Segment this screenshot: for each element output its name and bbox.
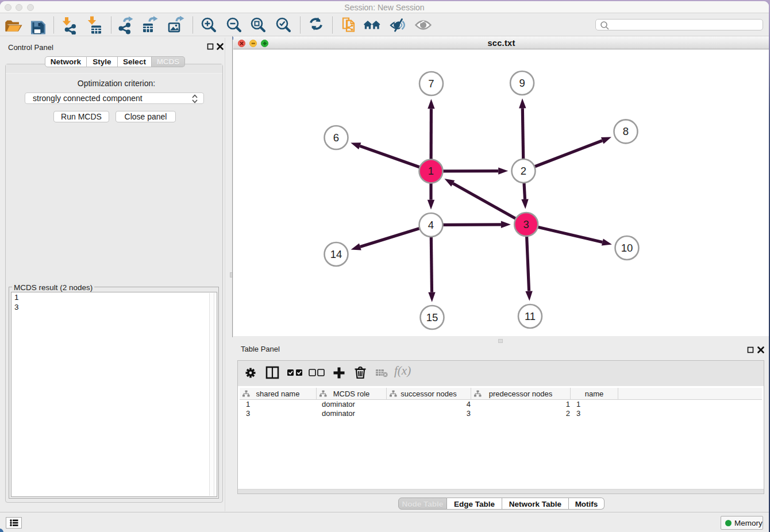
svg-text:7: 7	[428, 77, 434, 89]
svg-text:14: 14	[330, 248, 342, 260]
svg-text:11: 11	[525, 310, 536, 322]
svg-text:6: 6	[333, 131, 339, 143]
svg-text:3: 3	[523, 218, 529, 230]
svg-text:2: 2	[521, 164, 526, 176]
svg-text:8: 8	[623, 125, 629, 137]
svg-text:10: 10	[621, 241, 633, 253]
svg-text:1: 1	[428, 165, 434, 177]
svg-text:9: 9	[519, 76, 525, 88]
svg-text:15: 15	[426, 311, 438, 323]
svg-text:4: 4	[428, 218, 434, 230]
